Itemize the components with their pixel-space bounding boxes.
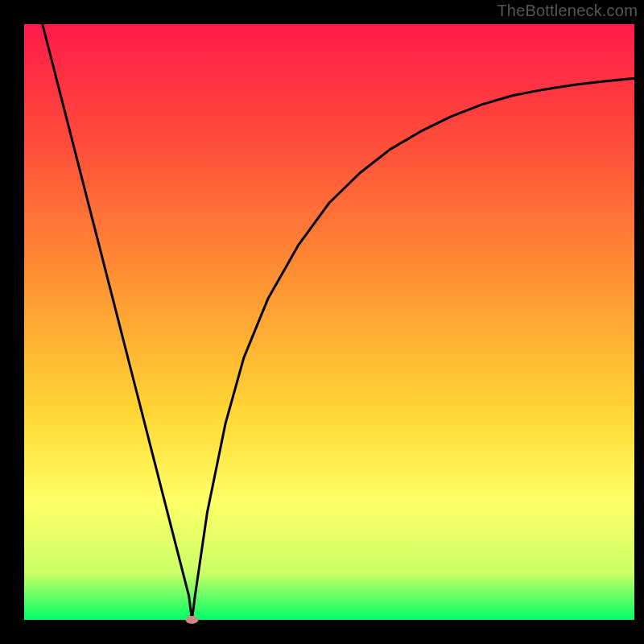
bottleneck-chart [0, 0, 644, 644]
optimal-point-marker [185, 616, 198, 624]
watermark-label: TheBottleneck.com [497, 2, 638, 20]
chart-plot-area [24, 24, 634, 620]
chart-container: TheBottleneck.com [0, 0, 644, 644]
